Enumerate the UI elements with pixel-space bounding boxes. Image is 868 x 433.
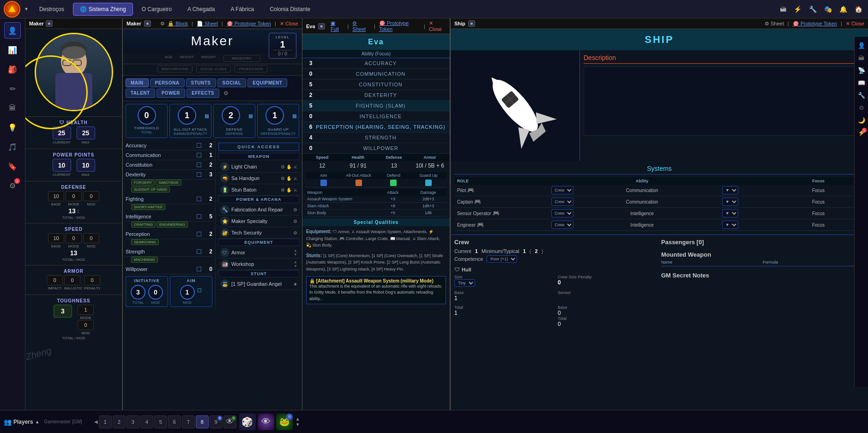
ship-close-btn[interactable]: ✕ Close bbox=[846, 21, 864, 27]
pilot-crew-select[interactable]: Crew bbox=[551, 186, 573, 194]
rs-icon-3[interactable]: 📡 bbox=[856, 66, 867, 75]
fighting-check[interactable] bbox=[197, 197, 201, 201]
maker-close-btn[interactable]: ✕ Close bbox=[280, 21, 298, 27]
tab-social[interactable]: SOCIAL bbox=[217, 78, 247, 87]
page-5[interactable]: 5 bbox=[154, 415, 167, 428]
defend-check[interactable] bbox=[249, 114, 253, 118]
weapon-1-hand[interactable]: ✋ bbox=[286, 164, 292, 169]
page-4[interactable]: 4 bbox=[140, 415, 153, 428]
power-2-settings[interactable]: ⚙ bbox=[293, 219, 297, 224]
captain-crew-select[interactable]: Crew bbox=[551, 198, 573, 206]
power-1-settings[interactable]: ⚙ bbox=[293, 207, 297, 212]
app-logo[interactable] bbox=[4, 1, 20, 18]
weapon-3-settings[interactable]: ⚙ bbox=[281, 187, 285, 192]
weapon-3-attack[interactable]: ⚔ bbox=[293, 187, 297, 192]
captain-ability-select[interactable]: ▼ bbox=[722, 198, 738, 206]
engineer-ability-select[interactable]: ▼ bbox=[722, 221, 738, 229]
perception-check[interactable] bbox=[197, 232, 201, 236]
bottom-nav-down[interactable]: ▼ bbox=[295, 422, 300, 427]
sensor-crew-select[interactable]: Crew bbox=[551, 209, 573, 217]
crew-competence-select[interactable]: Poor (+1) bbox=[487, 255, 517, 263]
sidebar-icon-music[interactable]: 🎵 bbox=[4, 138, 21, 155]
tab-chegada[interactable]: A Chegada bbox=[181, 3, 222, 16]
top-icon-6[interactable]: 🏠 bbox=[853, 4, 864, 15]
tab-equipment[interactable]: EQUIPMENT bbox=[247, 78, 287, 87]
all-out-attack-check[interactable] bbox=[205, 114, 209, 118]
rs-icon-2[interactable]: 🏔 bbox=[857, 53, 866, 63]
weapon-1-settings[interactable]: ⚙ bbox=[281, 164, 285, 169]
top-icon-2[interactable]: ⚡ bbox=[792, 4, 803, 15]
tab-cargueiro[interactable]: O Cargueiro bbox=[135, 3, 179, 16]
rs-icon-4[interactable]: 📖 bbox=[856, 78, 867, 88]
page-10[interactable]: 👁 0 bbox=[223, 415, 236, 428]
rs-icon-5[interactable]: 🔧 bbox=[856, 90, 867, 100]
accuracy-check[interactable] bbox=[197, 143, 201, 148]
tab-power[interactable]: POWER bbox=[157, 89, 185, 98]
sidebar-icon-items[interactable]: 🎒 bbox=[4, 61, 21, 78]
tab-main[interactable]: MAIN bbox=[126, 78, 149, 87]
weapon-2-settings[interactable]: ⚙ bbox=[281, 176, 285, 181]
sidebar-icon-chart[interactable]: 📊 bbox=[4, 42, 21, 58]
strength-check[interactable] bbox=[197, 249, 201, 254]
eva-full-link[interactable]: ▣ Full bbox=[331, 20, 344, 32]
page-9[interactable]: 9 9 bbox=[210, 415, 223, 428]
tab-talent[interactable]: TALENT bbox=[126, 89, 155, 98]
eva-sheet-link[interactable]: ⚙ Sheet bbox=[352, 20, 370, 32]
nav-back-arrow[interactable]: ▼ bbox=[22, 5, 30, 13]
prototype-sheet-link[interactable]: 📄 Sheet bbox=[197, 21, 218, 27]
top-icon-5[interactable]: 🔔 bbox=[838, 4, 849, 15]
constitution-check[interactable] bbox=[197, 162, 201, 167]
ship-gear-icon[interactable]: ⚙ Sheet bbox=[765, 21, 784, 27]
page-2[interactable]: 2 bbox=[113, 415, 126, 428]
hull-size-select[interactable]: Tiny bbox=[454, 279, 475, 287]
sidebar-icon-cog[interactable]: ⚙ bbox=[4, 177, 21, 194]
workshop-up[interactable]: ▲ bbox=[294, 260, 297, 264]
bottom-special-3[interactable]: 🐸 0 bbox=[276, 414, 293, 430]
top-icon-1[interactable]: 🏔 bbox=[778, 4, 788, 15]
aim-check[interactable] bbox=[198, 289, 201, 292]
communication-check[interactable] bbox=[197, 153, 201, 157]
intelligence-check[interactable] bbox=[197, 214, 201, 219]
tab-sistema-zheng[interactable]: 🌐Sistema Zheng bbox=[73, 3, 133, 16]
sidebar-icon-user[interactable]: 👤 bbox=[4, 22, 21, 39]
page-7[interactable]: 7 bbox=[182, 415, 195, 428]
armor-up[interactable]: ▲ bbox=[294, 248, 297, 253]
players-toggle-arrow[interactable]: ▲ bbox=[35, 419, 40, 424]
guard-up-check[interactable] bbox=[293, 114, 296, 118]
tab-stunts[interactable]: STUNTS bbox=[186, 78, 216, 87]
sidebar-icon-bookmark[interactable]: 🔖 bbox=[4, 158, 21, 174]
eva-prototype-token-link[interactable]: 🎯 Prototype Token bbox=[379, 20, 420, 32]
sensor-ability-select[interactable]: ▼ bbox=[722, 209, 738, 217]
top-icon-3[interactable]: 🔧 bbox=[807, 4, 819, 15]
nav-prev-btn[interactable]: ◀ bbox=[94, 419, 98, 424]
eva-close-btn[interactable]: ✕ Close bbox=[429, 20, 446, 32]
ship-prototype-token-link[interactable]: 🎯 Prototype Token bbox=[793, 21, 837, 27]
workshop-down[interactable]: ▼ bbox=[294, 264, 297, 268]
pilot-ability-select[interactable]: ▼ bbox=[722, 186, 738, 194]
rs-icon-badge[interactable]: ⚡ 1 bbox=[856, 128, 867, 138]
tab-fabrica[interactable]: A Fábrica bbox=[223, 3, 261, 16]
stunt-1-star[interactable]: ★ bbox=[293, 282, 297, 287]
rs-icon-1[interactable]: 👤 bbox=[856, 41, 867, 50]
tab-persona[interactable]: PERSONA bbox=[150, 78, 185, 87]
dexterity-check[interactable] bbox=[197, 172, 201, 177]
weapon-2-attack[interactable]: ⚔ bbox=[293, 176, 297, 181]
sidebar-icon-building[interactable]: 🏛 bbox=[4, 100, 21, 116]
tab-destrocos[interactable]: Destroços bbox=[32, 3, 71, 16]
page-6[interactable]: 6 bbox=[168, 415, 181, 428]
bottom-special-2[interactable]: 👁 bbox=[258, 414, 274, 430]
engineer-crew-select[interactable]: Crew bbox=[551, 221, 573, 229]
top-icon-4[interactable]: 🎭 bbox=[822, 4, 834, 15]
power-3-settings[interactable]: ⚙ bbox=[293, 230, 297, 235]
bottom-nav-up[interactable]: ▲ bbox=[295, 417, 300, 421]
weapon-1-attack[interactable]: ⚔ bbox=[293, 164, 297, 169]
sidebar-icon-pencil[interactable]: ✏ bbox=[4, 80, 21, 97]
weapon-2-hand[interactable]: ✋ bbox=[286, 176, 292, 181]
sidebar-icon-lightbulb[interactable]: 💡 bbox=[4, 119, 21, 136]
tab-colonia[interactable]: Colonia Distante bbox=[263, 3, 317, 16]
prototype-token-link[interactable]: 🎯 Prototype Token bbox=[227, 21, 271, 27]
rs-icon-6[interactable]: ⚙ bbox=[857, 103, 866, 113]
rs-icon-7[interactable]: 🌙 bbox=[856, 115, 867, 125]
willpower-check[interactable] bbox=[197, 267, 201, 271]
page-1[interactable]: 1 bbox=[99, 415, 112, 428]
